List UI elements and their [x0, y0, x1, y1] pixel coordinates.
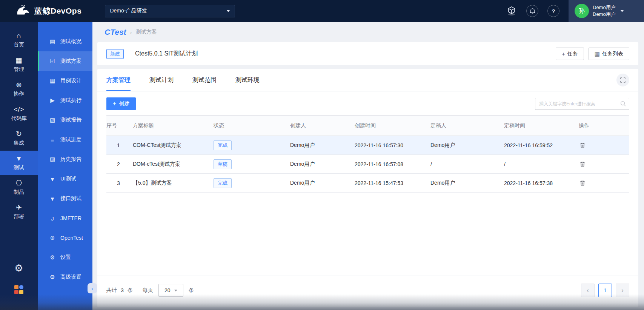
apps-launcher-icon[interactable] [14, 285, 23, 294]
subnav-item[interactable]: ▦ 用例设计 [38, 71, 92, 91]
breadcrumb-page: 测试方案 [136, 29, 157, 35]
bk-devops-logo[interactable]: 蓝鲸DevOps [15, 5, 81, 18]
sidebar-item[interactable]: ↻ 集成 [0, 126, 38, 151]
sidebar-item-icon: ↻ [16, 130, 22, 138]
plan-header-card: 新建 Ctest5.0.1 SIT测试计划 + 任务 ▦ 任务列表 [97, 42, 638, 65]
table-row[interactable]: 2 DOM-cTest测试方案 草稿 Demo用户 2022-11-16 16:… [106, 155, 629, 174]
page-size-select[interactable]: 20 [158, 284, 183, 297]
sidebar-item[interactable]: ⊛ 协作 [0, 77, 38, 102]
sidebar-item[interactable]: ✈ 部署 [0, 200, 38, 224]
grid-icon: ▦ [595, 51, 600, 57]
sidebar-item[interactable]: ⎔ 制品 [0, 175, 38, 200]
cell-title[interactable]: COM-CTest测试方案 [133, 142, 214, 149]
per-page-unit: 条 [189, 287, 194, 294]
task-list-button[interactable]: ▦ 任务列表 [589, 48, 629, 60]
sidebar-collapse-button[interactable]: ‹ [88, 283, 97, 293]
next-page-button[interactable]: › [616, 284, 629, 297]
project-selector[interactable]: Demo-产品研发 [105, 5, 235, 17]
subnav-item[interactable]: ▤ 测试概况 [38, 32, 92, 51]
sidebar-bottom: ⚙ [0, 263, 38, 294]
subnav-item-icon: ⚙ [49, 274, 56, 281]
tab[interactable]: 测试范围 [192, 69, 217, 91]
sidebar-item[interactable]: ▦ 管理 [0, 52, 38, 77]
cell-finalizer: Demo用户 [430, 142, 504, 149]
subnav-item[interactable]: ▼ 接口测试 [38, 189, 92, 208]
subnav-item[interactable]: ▶ 测试执行 [38, 91, 92, 110]
tab-bar: 方案管理 测试计划 测试范围 测试环境 [97, 69, 638, 91]
cell-creator: Demo用户 [290, 161, 355, 168]
sidebar-item-label: 部署 [14, 213, 24, 220]
app-window: 蓝鲸DevOps Demo-产品研发 ? 孙 [0, 0, 644, 310]
cell-created-at: 2022-11-16 15:47:53 [355, 180, 430, 186]
subnav-item-label: 用例设计 [60, 77, 81, 84]
cell-finalized-at: 2022-11-16 16:59:52 [504, 142, 579, 148]
subnav-item-label: UI测试 [60, 176, 76, 182]
help-icon[interactable]: ? [547, 5, 559, 17]
subnav-item-icon: J [49, 215, 56, 222]
sidebar-item-label: 首页 [14, 42, 24, 48]
cell-title[interactable]: DOM-cTest测试方案 [133, 161, 214, 168]
page-number-button[interactable]: 1 [598, 284, 612, 297]
fullscreen-button[interactable] [616, 74, 629, 86]
tab[interactable]: 测试计划 [149, 69, 174, 91]
table-row[interactable]: 1 COM-CTest测试方案 完成 Demo用户 2022-11-16 16:… [106, 136, 629, 155]
sidebar-item[interactable]: ▼ 测试 [0, 151, 38, 175]
tab[interactable]: 测试环境 [235, 69, 260, 91]
user-names: Demo用户 Demo用户 [593, 4, 616, 17]
subnav-item-label: 接口测试 [60, 195, 81, 202]
status-badge: 完成 [214, 140, 232, 150]
sidebar-item[interactable]: ⌂ 首页 [0, 28, 38, 52]
delete-button[interactable] [579, 160, 586, 168]
subnav-item[interactable]: ☑ 测试方案 [38, 51, 92, 71]
subnav-item-icon: ▤ [49, 38, 56, 45]
status-badge: 完成 [214, 178, 232, 188]
delete-button[interactable] [579, 179, 586, 187]
user-name-line2: Demo用户 [593, 11, 616, 18]
chevron-down-icon [620, 10, 624, 12]
delete-button[interactable] [579, 142, 586, 149]
subnav-item-label: JMETER [60, 215, 81, 221]
cell-title[interactable]: 【5.0】测试方案 [133, 180, 214, 187]
sidebar-item-icon: ⌂ [17, 32, 21, 40]
subnav-item[interactable]: ⚙ 设置 [38, 248, 92, 267]
topbar-right: ? 孙 Demo用户 Demo用户 [506, 0, 644, 22]
table-body: 1 COM-CTest测试方案 完成 Demo用户 2022-11-16 16:… [106, 136, 629, 193]
subnav-item-label: OpenTest [60, 235, 83, 241]
page-title: Ctest5.0.1 SIT测试计划 [135, 50, 198, 58]
subnav-item[interactable]: ▧ 测试报告 [38, 110, 92, 130]
add-task-button[interactable]: + 任务 [556, 48, 584, 60]
subnav-item[interactable]: ⊚ OpenTest [38, 228, 92, 248]
column-header: 操作 [579, 122, 629, 129]
subnav-item-label: 测试方案 [60, 58, 81, 65]
tab-label: 测试范围 [192, 76, 217, 84]
pagination-summary: 共计 3 条 每页 20 条 [106, 284, 194, 297]
notification-bell-icon[interactable] [526, 5, 538, 17]
subnav-item[interactable]: ⚙ 高级设置 [38, 267, 92, 287]
create-button[interactable]: + 创建 [106, 97, 136, 110]
breadcrumb-app[interactable]: CTest [105, 28, 126, 37]
cell-finalizer: Demo用户 [430, 180, 504, 187]
pagination-controls: ‹ 1 › [581, 284, 629, 297]
subnav-item-label: 测试进度 [60, 136, 81, 143]
subnav-item[interactable]: J JMETER [38, 208, 92, 228]
column-header: 创建时间 [355, 122, 430, 129]
subnav-item[interactable]: ▨ 历史报告 [38, 150, 92, 169]
subnav-item[interactable]: ▼ UI测试 [38, 169, 92, 189]
subnav-item-icon: ▨ [49, 156, 56, 163]
cube-apps-icon[interactable] [506, 5, 517, 17]
plus-icon: + [113, 100, 116, 107]
search-input[interactable] [535, 98, 629, 110]
prev-page-button[interactable]: ‹ [581, 284, 595, 297]
sidebar-item[interactable]: </> 代码库 [0, 102, 38, 126]
tab-label: 测试环境 [235, 76, 260, 84]
settings-gear-icon[interactable]: ⚙ [14, 263, 23, 273]
sidebar-item-label: 测试 [14, 164, 24, 171]
chevron-down-icon [174, 290, 177, 291]
user-menu[interactable]: 孙 Demo用户 Demo用户 [569, 0, 644, 22]
subnav-item[interactable]: ≡ 测试进度 [38, 130, 92, 150]
cell-actions [579, 179, 629, 187]
tab[interactable]: 方案管理 [106, 69, 131, 91]
cell-index: 3 [106, 180, 133, 186]
table-row[interactable]: 3 【5.0】测试方案 完成 Demo用户 2022-11-16 15:47:5… [106, 174, 629, 193]
subnav-item-icon: ☑ [49, 58, 56, 65]
